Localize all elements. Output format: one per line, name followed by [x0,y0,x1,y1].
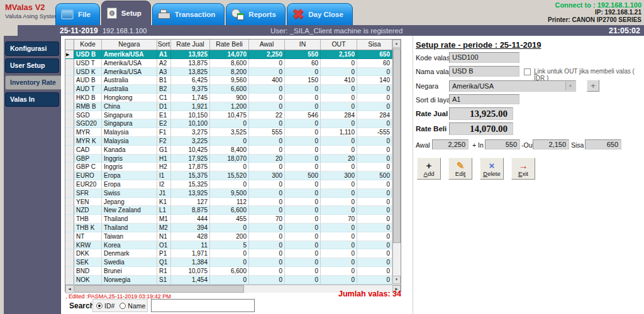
rate-jual-field[interactable]: 13,925.00 [449,107,513,120]
table-row[interactable]: DKKDenmarkP11,97100000 [65,249,392,258]
table-row[interactable]: ▶USD BAmerika/USAA113,92514,0702,2505502… [65,50,392,59]
cell-awal: 20 [249,154,285,163]
search-input[interactable] [151,299,255,312]
add-button-label: Add [424,170,435,177]
cell-out: 0 [321,94,357,102]
cell-sisa: 0 [357,119,392,128]
chevron-down-icon[interactable]: ▼ [565,82,575,90]
cell-sort: A2 [157,59,171,68]
sidebar-item-valas-in[interactable]: Valas In [5,92,59,107]
table-row[interactable]: SEKSwediaQ11,38400000 [65,258,392,267]
scroll-up-icon[interactable]: ▲ [392,40,401,48]
grid-header-awal[interactable]: Awal [249,40,285,50]
edit-button[interactable]: ✎Edit [448,158,472,180]
table-row[interactable]: EUROEropaI115,37515,520300500300500 [65,171,392,180]
grid-header-rate-jual[interactable]: Rate Jual [171,40,210,50]
cell-kode: THB K [74,224,102,232]
cell-kode: GBP C [74,163,102,171]
in-field[interactable]: 550 [485,139,520,149]
add-button[interactable]: +Add [417,158,441,180]
cell-sort: G1 [157,146,171,154]
table-row[interactable]: AUD TAustraliaB29,3756,6000000 [65,85,392,94]
table-row[interactable]: GBP CInggrisH217,87500000 [65,163,392,171]
grid-header-out[interactable]: OUT [321,40,357,50]
table-row[interactable]: SFRSwissJ113,9259,5000000 [65,189,392,198]
sidebar-item-user-setup[interactable]: User Setup [5,58,59,73]
tab-reports[interactable]: Reports [226,3,285,25]
scroll-left-icon[interactable]: ◀ [65,285,74,293]
awal-field[interactable]: 2,250 [432,139,469,149]
grid-header-rate-beli[interactable]: Rate Beli [210,40,249,50]
table-row[interactable]: RMB BChinaD11,9211,2000000 [65,102,392,111]
table-row[interactable]: MYR KMalaysiaF23,22500000 [65,137,392,146]
out-field[interactable]: 2,150 [533,139,569,149]
table-row[interactable]: KRWKoreaO11150000 [65,241,392,250]
table-row[interactable]: YENJepangK11271120000 [65,198,392,207]
vertical-scrollbar[interactable]: ▲ ▼ [392,40,401,284]
table-row[interactable]: HKD BHongkongC11,7459000000 [65,94,392,102]
vertical-scroll-thumb[interactable] [393,48,401,243]
delete-button-label: Delete [483,170,500,177]
sidebar-item-konfigurasi[interactable]: Konfigurasi [5,41,59,56]
table-row[interactable]: NZDNew ZealandL18,8756,6000000 [65,206,392,215]
table-row[interactable]: CADKanadaG110,4258,4000000 [65,146,392,154]
cell-rate-jual: 10,075 [171,267,210,276]
cell-kode: HKD B [74,94,102,102]
table-row[interactable]: THBThailandM1444455700700 [65,215,392,224]
grid-header-in[interactable]: IN [285,40,321,50]
cell-out: 0 [321,163,357,171]
row-selector [65,68,74,77]
exit-button[interactable]: →Exit [511,158,535,180]
search-label: Search [69,301,94,310]
cell-kode: NZD [74,206,102,215]
kode-valas-field[interactable]: USD100 [449,52,519,63]
tab-day-close[interactable]: ✖ Day Close [287,3,353,25]
tab-transaction[interactable]: Transaction [152,3,225,25]
table-row[interactable]: EUR20EropaI215,32500000 [65,180,392,189]
table-row[interactable]: THB KThailandM239400000 [65,224,392,232]
grid-header-negara[interactable]: Negara [102,40,157,50]
table-row[interactable]: BNDBruneiR110,0756,6000000 [65,267,392,276]
table-row[interactable]: MYRMalaysiaF13,2753,52555501,110-555 [65,128,392,137]
horizontal-scroll-thumb[interactable] [74,285,244,293]
cell-negara: Amerika/USA [102,68,157,77]
sidebar: Konfigurasi User Setup Inventory Rate Va… [4,36,61,314]
sidebar-item-inventory-rate[interactable]: Inventory Rate [5,75,64,90]
grid-header-kode[interactable]: Kode [74,40,102,50]
cell-sort: H1 [157,154,171,163]
scroll-down-icon[interactable]: ▼ [392,276,401,284]
table-row[interactable]: NTTaiwanN14282000000 [65,232,392,241]
cell-in: 0 [285,102,321,111]
tab-file[interactable]: File [55,3,100,25]
cell-awal: 0 [249,198,285,207]
rate-beli-field[interactable]: 14,070.00 [449,122,513,135]
negara-select[interactable]: Amerika/USA ▼ [449,80,576,92]
tab-setup[interactable]: ⚙ Setup [101,1,151,25]
sort-di-layar-field[interactable]: A1 [449,94,519,104]
table-row[interactable]: USD KAmerika/USAA313,8258,2000000 [65,68,392,77]
link-out-checkbox[interactable] [524,68,531,75]
add-negara-button[interactable]: + [587,80,599,92]
cell-sort: E2 [157,119,171,128]
row-selector [65,276,74,284]
cell-negara: Amerika/USA [102,50,157,59]
table-row[interactable]: NOKNorwegiaS11,45400000 [65,276,392,284]
radio-id[interactable]: ID# [96,302,114,310]
cell-out: 0 [321,241,357,250]
grid-header-sisa[interactable]: Sisa [357,40,392,50]
negara-label: Negara [416,82,438,90]
cell-out: 1,110 [321,128,357,137]
delete-button[interactable]: ×Delete [480,158,504,180]
report-calendar-icon [231,9,244,20]
cell-sort: M1 [157,215,171,224]
nama-valas-field[interactable]: USD B [449,66,519,77]
sisa-field[interactable]: 650 [585,139,621,149]
table-row[interactable]: SGDSingapuraE110,15010,47522546284284 [65,111,392,120]
table-row[interactable]: AUD BAustraliaB16,4259,560400150410140 [65,76,392,85]
table-row[interactable]: USD TAmerika/USAA213,8758,600060060 [65,59,392,68]
cell-rate-beli: 900 [210,94,249,102]
radio-name[interactable]: Name [119,302,145,310]
grid-header-sort[interactable]: Sort [157,40,171,50]
table-row[interactable]: SGD20SingapuraE210,10000000 [65,119,392,128]
table-row[interactable]: GBPInggrisH117,92518,070200200 [65,154,392,163]
